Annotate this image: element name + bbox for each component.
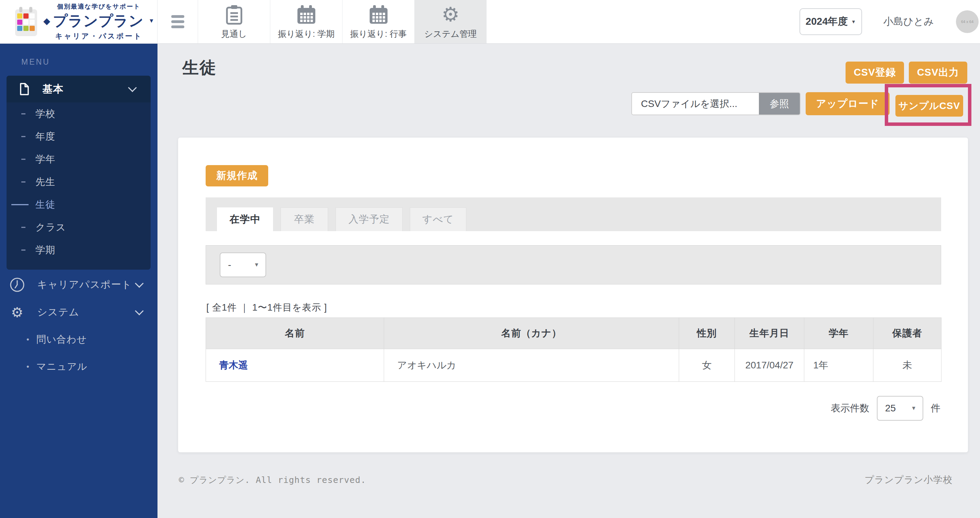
- item-dash: [21, 250, 25, 251]
- nav-tab-label: 振り返り: 行事: [350, 28, 407, 40]
- cell-grade: 1年: [804, 349, 873, 382]
- sidebar-item-label: 学校: [35, 107, 56, 120]
- sidebar-item-label: マニュアル: [37, 360, 88, 373]
- nav-tab-outlook[interactable]: 見通し: [198, 0, 270, 43]
- nav-tab-label: 振り返り: 学期: [278, 28, 334, 40]
- browse-button[interactable]: 参照: [759, 93, 800, 115]
- calendar-icon: [369, 4, 388, 25]
- brand-logo[interactable]: 個別最適な学びをサポート ◆ プランプラン ▼ キャリア・パスポート: [0, 0, 158, 43]
- sidebar-item-label: 年度: [35, 130, 56, 143]
- sidebar-item-contact[interactable]: • 問い合わせ: [0, 328, 158, 351]
- document-icon: [17, 83, 32, 96]
- col-header-kana: 名前（カナ）: [384, 318, 679, 349]
- sidebar-group-label: キャリアパスポート: [37, 278, 132, 292]
- topbar: 個別最適な学びをサポート ◆ プランプラン ▼ キャリア・パスポート: [0, 0, 980, 44]
- user-name[interactable]: 小島ひとみ: [883, 15, 934, 29]
- grade-filter-value: -: [228, 259, 231, 270]
- caret-down-icon: ▼: [254, 262, 259, 268]
- main-content: 生徒 CSV登録 CSV出力 CSVファイルを選択... 参照 アップロード サ…: [158, 44, 980, 518]
- calendar-ring: [19, 7, 22, 13]
- result-count-text: [ 全1件 ｜ 1〜1件目を表示 ]: [206, 301, 327, 314]
- sidebar: MENU 基本 学校 年度: [0, 44, 158, 518]
- cell-guardian: 未: [873, 349, 942, 382]
- page-title: 生徒: [182, 57, 216, 79]
- csv-register-button[interactable]: CSV登録: [846, 62, 904, 84]
- sidebar-group-label: 基本: [42, 82, 64, 96]
- tab-enrolled[interactable]: 在学中: [217, 207, 273, 231]
- diamond-icon: ◆: [43, 16, 50, 27]
- page-size-select[interactable]: 25 ▼: [877, 396, 923, 421]
- item-dash-active: [11, 204, 29, 206]
- brand-text: 個別最適な学びをサポート ◆ プランプラン ▼ キャリア・パスポート: [43, 2, 154, 41]
- sidebar-item-class[interactable]: クラス: [6, 216, 151, 239]
- page-size-label: 表示件数: [831, 402, 869, 415]
- tab-all[interactable]: すべて: [410, 207, 466, 231]
- sidebar-item-student[interactable]: 生徒: [6, 193, 151, 216]
- chevron-down-icon: [135, 279, 143, 288]
- avatar-placeholder-text: 64 x 64: [961, 20, 974, 24]
- status-tabstrip: 在学中 卒業 入学予定 すべて: [206, 198, 941, 231]
- item-dash: [21, 159, 25, 160]
- create-new-button[interactable]: 新規作成: [206, 165, 268, 186]
- caret-down-icon: ▼: [911, 405, 916, 411]
- sidebar-item-label: 問い合わせ: [37, 333, 87, 346]
- sidebar-item-label: 学期: [35, 244, 56, 257]
- bullet-icon: •: [27, 335, 30, 344]
- sidebar-item-teacher[interactable]: 先生: [6, 171, 151, 193]
- nav-tab-review-event[interactable]: 振り返り: 行事: [342, 0, 414, 43]
- col-header-birthdate: 生年月日: [735, 318, 804, 349]
- brand-tagline: 個別最適な学びをサポート: [57, 2, 141, 11]
- sidebar-item-grade[interactable]: 学年: [6, 148, 151, 171]
- page-size-unit: 件: [931, 402, 940, 415]
- hamburger-bar: [171, 15, 184, 18]
- brand-name: プランプラン: [53, 11, 144, 30]
- footer-copyright: © プランプラン. All rights reserved.: [179, 474, 366, 486]
- sidebar-item-label: 学年: [35, 153, 56, 166]
- cell-name: 青木遥: [206, 349, 384, 382]
- sidebar-group-career-passport[interactable]: キャリアパスポート: [0, 274, 158, 296]
- item-dash: [21, 227, 25, 228]
- brand-calendar-icon: [15, 9, 37, 36]
- page-size-control: 表示件数 25 ▼ 件: [831, 396, 940, 421]
- csv-file-input-placeholder: CSVファイルを選択...: [632, 93, 759, 115]
- csv-export-button[interactable]: CSV出力: [909, 62, 967, 84]
- col-header-grade: 学年: [804, 318, 873, 349]
- sidebar-item-term[interactable]: 学期: [6, 239, 151, 261]
- nav-tab-system-admin[interactable]: ⚙ システム管理: [414, 0, 487, 43]
- bullet-icon: •: [27, 362, 30, 371]
- sample-csv-button[interactable]: サンプルCSV: [896, 95, 963, 116]
- hamburger-menu-button[interactable]: [158, 0, 198, 43]
- col-header-name: 名前: [206, 318, 384, 349]
- students-card: 新規作成 在学中 卒業 入学予定 すべて - ▼ [ 全1件 ｜ 1〜1件目を表…: [178, 137, 968, 452]
- gear-icon: ⚙: [442, 4, 460, 25]
- item-dash: [21, 113, 25, 115]
- table-row: 青木遥 アオキハルカ 女 2017/04/27 1年 未: [206, 349, 942, 382]
- brand-dropdown-caret-icon[interactable]: ▼: [148, 18, 154, 24]
- cell-gender: 女: [679, 349, 735, 382]
- upload-button[interactable]: アップロード: [806, 92, 889, 115]
- sidebar-group-basic-header[interactable]: 基本: [6, 76, 151, 102]
- grade-filter-select[interactable]: - ▼: [220, 252, 266, 277]
- nav-tab-review-term[interactable]: 振り返り: 学期: [270, 0, 342, 43]
- sidebar-group-label: システム: [37, 306, 80, 319]
- table-header-row: 名前 名前（カナ） 性別 生年月日 学年 保護者: [206, 318, 942, 349]
- sidebar-item-year[interactable]: 年度: [6, 125, 151, 148]
- csv-file-input[interactable]: CSVファイルを選択... 参照: [631, 92, 800, 115]
- nav-tab-label: 見通し: [221, 28, 247, 40]
- sidebar-item-school[interactable]: 学校: [6, 102, 151, 125]
- hamburger-bar: [171, 26, 184, 28]
- student-name-link[interactable]: 青木遥: [219, 360, 248, 370]
- tab-prospective[interactable]: 入学予定: [336, 207, 402, 231]
- brand-subtitle: キャリア・パスポート: [55, 31, 142, 41]
- calendar-tiles: [17, 13, 35, 31]
- chevron-down-icon: [135, 306, 143, 315]
- col-header-gender: 性別: [679, 318, 735, 349]
- avatar[interactable]: 64 x 64: [956, 10, 978, 33]
- year-select-value: 2024年度: [806, 15, 848, 29]
- sidebar-item-manual[interactable]: • マニュアル: [0, 355, 158, 378]
- year-select[interactable]: 2024年度 ▼: [799, 8, 862, 35]
- tab-graduated[interactable]: 卒業: [281, 207, 328, 231]
- sidebar-item-label: 先生: [35, 175, 56, 188]
- calendar-ring: [29, 7, 32, 13]
- sidebar-group-system[interactable]: ⚙ システム: [0, 301, 158, 323]
